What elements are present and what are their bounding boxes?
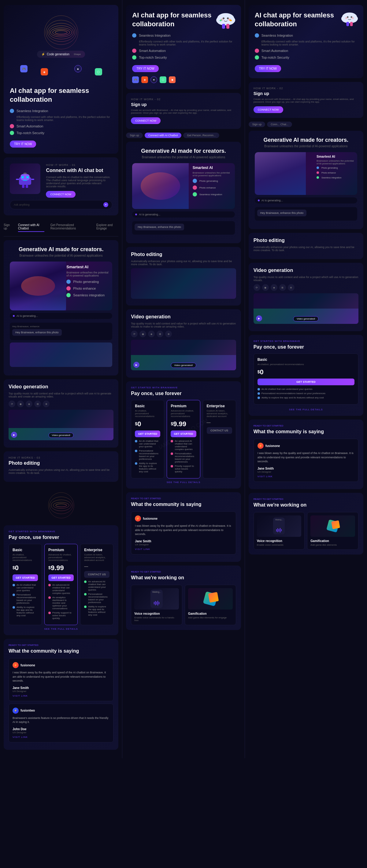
chat-input-mock[interactable]: Ask anything ➤	[10, 200, 112, 209]
enter-btn-mid[interactable]: CONTACT US	[207, 427, 232, 434]
premium-btn-mid[interactable]: GET STARTED	[171, 431, 196, 437]
testimonial-2: ⚡ fusiontwo Brainwave's assistants featu…	[8, 704, 113, 742]
ctrl-btn-mid-4[interactable]: ⊞	[157, 331, 163, 337]
try-now-button[interactable]: TRY IT NOW	[10, 141, 36, 148]
gen-ai-title-right: Generative AI made for creators.	[255, 137, 357, 143]
ctrl-btn-mid-5[interactable]: ⊕	[165, 331, 172, 337]
visit-link-1[interactable]: VISIT LINK	[12, 694, 110, 697]
premium-feature-dot-3	[48, 612, 51, 614]
ctrl-btn-2[interactable]: ◉	[17, 401, 24, 407]
gen-ai-sub-mid: Brainwave unleashes the potential of AI-…	[132, 156, 234, 159]
signup-btn-right[interactable]: CONNECT NOW	[254, 106, 283, 113]
ctrl-btn-r1[interactable]: ⟳	[254, 284, 260, 291]
smartest-mid-l3: Seamless integration	[199, 193, 222, 196]
video-controls-right[interactable]: ⟳ ◉ ◈ ⊞ ⊕	[254, 284, 359, 291]
smartest-feature-3: Seamless integration	[66, 293, 109, 297]
ctrl-btn-mid-3[interactable]: ◈	[148, 331, 155, 337]
photo-edit-preview-mid	[131, 268, 236, 299]
game-card-desc-mid: Add game-like elements for engage	[188, 616, 233, 619]
section-pills-right: Sign up Conn... Chat...	[249, 122, 363, 127]
pill-signup[interactable]: Sign up	[126, 133, 143, 138]
ctrl-btn-mid-1[interactable]: ⟳	[131, 331, 138, 337]
smartest-mid-d1	[193, 179, 197, 183]
try-now-button-mid[interactable]: TRY IT NOW	[132, 65, 159, 72]
connect-desc: Connect with the AI chatbot to start the…	[46, 176, 112, 188]
signup-step-label: HOW IT WORK - 02	[131, 98, 236, 101]
working-title-right: What we're working on	[254, 502, 359, 508]
ctrl-btn-r5[interactable]: ⊕	[288, 284, 294, 291]
code-gen-icon: ⚡	[41, 53, 45, 56]
premium-price: $9.99	[48, 564, 74, 572]
smartest-feature-label-2: Photo enhance	[73, 287, 96, 290]
signup-connect-button[interactable]: CONNECT NOW	[131, 117, 161, 124]
basic-feature-3: Ability to explore the app and its featu…	[12, 606, 38, 617]
premium-cta-button[interactable]: GET STARTED	[48, 575, 74, 581]
enterprise-cta-button[interactable]: CONTACT US	[84, 571, 110, 578]
premium-desc-mid: Advanced AI chatbot, personalized recomm…	[171, 409, 196, 417]
ctrl-btn-3[interactable]: ◈	[26, 401, 32, 407]
ctrl-btn-1[interactable]: ⟳	[8, 401, 15, 407]
see-details-mid[interactable]: SEE THE FULL DETAILS	[131, 481, 236, 484]
connect-button[interactable]: CONNECT NOW	[46, 191, 76, 198]
smartest-mid-l2: Photo enhance	[199, 186, 216, 189]
photo-edit-title-mid: Photo editing	[131, 252, 236, 257]
premium-feature-dot-1	[48, 584, 51, 586]
discord-icon: 🎮	[20, 65, 28, 72]
feature-mid-seamless: Seamless Integration	[132, 33, 234, 38]
navigation-steps: Sign up Connect with AI Chatbot Get Pers…	[4, 219, 118, 237]
ai-bar-mid: AI is generating...	[132, 211, 234, 218]
see-details-link[interactable]: SEE THE FULL DETAILS	[8, 627, 113, 630]
try-now-button-right[interactable]: TRY IT NOW	[255, 65, 281, 72]
visit-link-right-1[interactable]: VISIT LINK	[257, 475, 355, 478]
basic-btn-mid[interactable]: GET STARTED	[135, 431, 160, 437]
ctrl-btn-r3[interactable]: ◈	[271, 284, 277, 291]
play-button-right[interactable]: ▶	[256, 315, 262, 321]
nav-step-explore[interactable]: Explore and Engage	[96, 223, 118, 232]
basic-plan-desc: AI-chatbot, personalized recommendations	[12, 553, 38, 562]
ctrl-btn-mid-2[interactable]: ◉	[139, 331, 146, 337]
premium-feature-1: An advanced AI chatbot that can understa…	[48, 584, 74, 594]
basic-feature-dot-3	[12, 606, 15, 609]
enterprise-feature-dot-2	[84, 593, 87, 595]
video-controls[interactable]: ⟳ ◉ ◈ ⊞ ⊕	[8, 401, 113, 407]
ai-helmet-visual	[10, 261, 66, 310]
smartest-right-f2: Photo enhance	[316, 172, 355, 174]
figma-icon: ◈	[41, 68, 48, 75]
ctrl-btn-r4[interactable]: ⊞	[279, 284, 286, 291]
video-controls-mid[interactable]: ⟳ ◉ ◈ ⊞ ⊕	[131, 331, 236, 337]
ai-bar-right: AI is generating...	[255, 197, 357, 204]
video-gen-title-right: Video generation	[254, 268, 359, 273]
feature-security: Top-notch Security	[10, 131, 112, 135]
svg-rect-32	[226, 24, 229, 29]
enterprise-plan-name: Enterprise	[84, 548, 110, 552]
see-details-right[interactable]: SEE THE FULL DETAILS	[254, 408, 359, 411]
enter-desc-mid: Custom AI token, advanced analytics, ded…	[207, 409, 232, 417]
feature-security-label: Top-notch Security	[17, 131, 44, 135]
basic-btn-right[interactable]: GET STARTED	[257, 378, 355, 385]
ctrl-btn-4[interactable]: ⊞	[34, 401, 41, 407]
ctrl-btn-r2[interactable]: ◉	[262, 284, 269, 291]
pill-recommend[interactable]: Get Person..Recomm...	[183, 133, 219, 138]
photo-edit-title-right: Photo editing	[254, 238, 359, 243]
svg-point-35	[221, 18, 223, 21]
premium-fd2-mid	[171, 453, 173, 455]
basic-feature-text-3: Ability to explore the app and its featu…	[17, 606, 38, 617]
pill-connect[interactable]: Connect with AI Chatbot	[145, 133, 182, 138]
chat-send-button[interactable]: ➤	[103, 202, 108, 207]
enterprise-feature-2: Personalized recommendations based on yo…	[84, 593, 110, 604]
nav-step-signup[interactable]: Sign up	[4, 223, 12, 232]
nav-step-recommend[interactable]: Get Personalized Recommendations	[51, 223, 90, 232]
svg-rect-14	[16, 179, 19, 180]
ctrl-btn-5[interactable]: ⊕	[43, 401, 50, 407]
basic-cta-button[interactable]: GET STARTED	[12, 575, 38, 581]
video-gen-desc-mid: Top quality music to add context and val…	[131, 322, 236, 328]
gen-ai-title: Generative AI made for creators.	[10, 246, 112, 253]
pill-conn-right[interactable]: Conn... Chat...	[267, 122, 292, 127]
visit-link-mid-1[interactable]: VISIT LINK	[135, 548, 232, 551]
smartest-ai-card: Smartest AI Brainwave unleashes the pote…	[10, 261, 112, 319]
nav-step-connect[interactable]: Connect with AI Chatbot	[18, 223, 44, 232]
smartest-right-d1	[316, 166, 319, 169]
pill-signup-right[interactable]: Sign up	[249, 122, 265, 127]
visit-link-2[interactable]: VISIT LINK	[12, 736, 110, 739]
smartest-mid-f3: Seamless integration	[193, 192, 232, 196]
